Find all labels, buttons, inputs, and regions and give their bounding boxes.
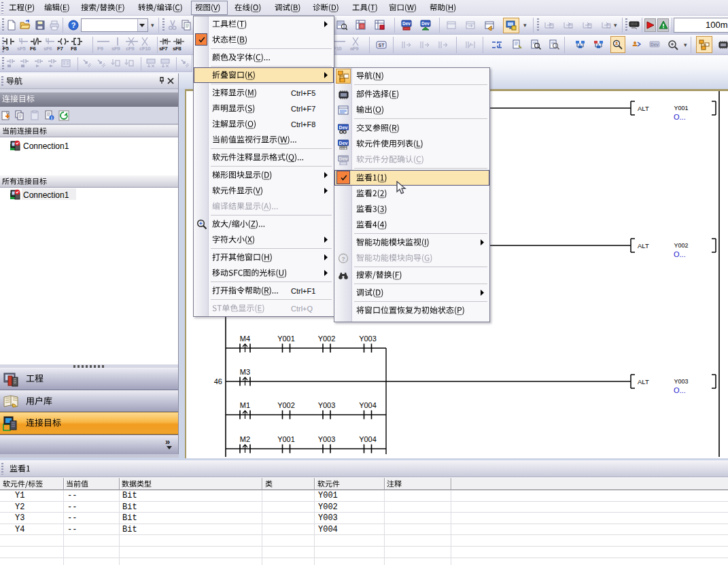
svg-text:ALT: ALT bbox=[638, 105, 649, 112]
svg-text:Y003: Y003 bbox=[674, 378, 688, 385]
svg-text:Dev: Dev bbox=[339, 125, 348, 130]
svg-text:ALT: ALT bbox=[638, 242, 649, 250]
svg-text:Y001: Y001 bbox=[277, 335, 295, 343]
svg-text:O...: O... bbox=[674, 386, 686, 394]
svg-text:O...: O... bbox=[674, 250, 686, 258]
svg-text:Y001: Y001 bbox=[674, 105, 688, 112]
svg-text:Dev: Dev bbox=[421, 21, 430, 26]
svg-text:Y004: Y004 bbox=[359, 435, 377, 443]
svg-text:Y003: Y003 bbox=[318, 401, 336, 409]
svg-text:?: ? bbox=[341, 256, 345, 262]
svg-text:ALT: ALT bbox=[638, 378, 649, 386]
svg-text:?: ? bbox=[71, 21, 76, 29]
svg-text:Y003: Y003 bbox=[359, 335, 377, 343]
svg-text:Dev: Dev bbox=[651, 42, 659, 47]
svg-text:Y004: Y004 bbox=[359, 401, 377, 409]
svg-text:ST: ST bbox=[379, 43, 385, 48]
svg-text:Y002: Y002 bbox=[318, 335, 336, 343]
svg-text:M1: M1 bbox=[240, 401, 250, 409]
svg-text:Dev: Dev bbox=[402, 21, 411, 26]
svg-text:O...: O... bbox=[674, 113, 686, 121]
svg-text:Dev: Dev bbox=[339, 141, 348, 145]
svg-text:Y002: Y002 bbox=[277, 401, 295, 409]
svg-text:Y003: Y003 bbox=[318, 435, 336, 443]
svg-text:Y001: Y001 bbox=[277, 435, 295, 443]
svg-text:Dev: Dev bbox=[339, 156, 348, 161]
svg-text:Y002: Y002 bbox=[674, 242, 688, 249]
svg-text:i: i bbox=[51, 116, 52, 120]
svg-text:M3: M3 bbox=[240, 368, 250, 376]
svg-text:M4: M4 bbox=[240, 335, 250, 343]
svg-text:M2: M2 bbox=[240, 435, 250, 443]
svg-text:46: 46 bbox=[214, 377, 222, 386]
